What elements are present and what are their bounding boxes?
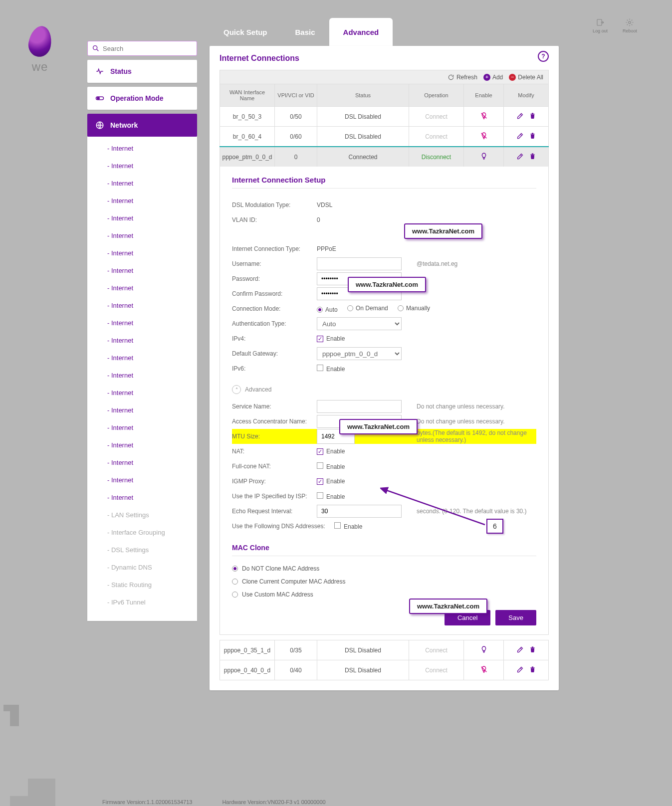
sidebar-status[interactable]: Status bbox=[87, 60, 197, 83]
bulb-icon[interactable] bbox=[480, 112, 488, 120]
cell-modify bbox=[504, 147, 549, 167]
sidebar-item-internet[interactable]: - Internet bbox=[87, 157, 197, 175]
cell-enable[interactable] bbox=[464, 127, 504, 147]
delete-icon[interactable] bbox=[529, 153, 536, 160]
sidebar-item-internet[interactable]: - Internet bbox=[87, 349, 197, 367]
table-row[interactable]: pppoe_0_35_1_d0/35DSL DisabledConnect bbox=[220, 640, 549, 660]
sidebar-item-internet[interactable]: - Internet bbox=[87, 454, 197, 471]
logout-button[interactable]: Log out bbox=[593, 18, 608, 33]
auth-type-select[interactable]: Auto bbox=[317, 317, 402, 330]
help-button[interactable]: ? bbox=[538, 51, 549, 62]
cell-enable[interactable] bbox=[464, 660, 504, 680]
username-input[interactable] bbox=[317, 257, 402, 270]
sidebar-item-internet[interactable]: - Internet bbox=[87, 314, 197, 332]
save-button[interactable]: Save bbox=[495, 610, 536, 625]
table-row[interactable]: br_0_60_40/60DSL DisabledConnect bbox=[220, 127, 549, 147]
sidebar-item-internet[interactable]: - Internet bbox=[87, 244, 197, 262]
cell-enable[interactable] bbox=[464, 107, 504, 127]
delete-icon[interactable] bbox=[529, 666, 536, 673]
cell-vpi: 0/50 bbox=[275, 107, 317, 127]
cell-operation[interactable]: Connect bbox=[409, 640, 464, 660]
edit-icon[interactable] bbox=[516, 666, 524, 673]
search-box[interactable] bbox=[87, 41, 197, 56]
sidebar-item-internet[interactable]: - Internet bbox=[87, 140, 197, 157]
bulb-icon[interactable] bbox=[480, 152, 488, 160]
refresh-button[interactable]: Refresh bbox=[448, 74, 477, 81]
gateway-select[interactable]: pppoe_ptm_0_0_d bbox=[317, 347, 402, 360]
edit-icon[interactable] bbox=[516, 646, 524, 653]
fullcone-nat-checkbox[interactable] bbox=[317, 462, 323, 469]
sidebar-item-internet[interactable]: - Internet bbox=[87, 471, 197, 489]
edit-icon[interactable] bbox=[516, 112, 524, 120]
edit-icon[interactable] bbox=[516, 153, 524, 160]
sidebar-item[interactable]: - IPv6 Tunnel bbox=[87, 594, 197, 611]
password-input[interactable] bbox=[317, 272, 402, 285]
table-row[interactable]: pppoe_ptm_0_0_d0ConnectedDisconnect bbox=[220, 147, 549, 167]
fullcone-nat-label: Full-cone NAT: bbox=[232, 463, 317, 470]
sidebar-item-internet[interactable]: - Internet bbox=[87, 332, 197, 349]
sidebar-item[interactable]: - Static Routing bbox=[87, 576, 197, 594]
cell-operation[interactable]: Connect bbox=[409, 127, 464, 147]
bulb-icon[interactable] bbox=[480, 132, 488, 140]
cancel-button[interactable]: Cancel bbox=[445, 610, 490, 625]
table-row[interactable]: pppoe_0_40_0_d0/40DSL DisabledConnect bbox=[220, 660, 549, 680]
add-button[interactable]: + Add bbox=[483, 74, 503, 81]
tab-advanced[interactable]: Advanced bbox=[329, 18, 393, 46]
cmode-auto-radio[interactable]: Auto bbox=[317, 306, 338, 313]
sidebar-item-internet[interactable]: - Internet bbox=[87, 419, 197, 436]
search-input[interactable] bbox=[103, 45, 193, 52]
service-name-input[interactable] bbox=[317, 400, 402, 413]
cell-enable[interactable] bbox=[464, 147, 504, 167]
ipv6-checkbox[interactable] bbox=[317, 365, 323, 371]
delete-all-button[interactable]: − Delete All bbox=[509, 74, 543, 81]
isp-ip-checkbox[interactable] bbox=[317, 492, 323, 499]
mac-clone-current-radio[interactable]: Clone Current Computer MAC Address bbox=[232, 575, 536, 588]
igmp-checkbox[interactable] bbox=[317, 478, 323, 485]
bulb-icon[interactable] bbox=[480, 645, 488, 653]
sidebar-item-internet[interactable]: - Internet bbox=[87, 384, 197, 402]
sidebar-item-internet[interactable]: - Internet bbox=[87, 262, 197, 279]
tab-quick-setup[interactable]: Quick Setup bbox=[210, 18, 281, 46]
cell-enable[interactable] bbox=[464, 640, 504, 660]
cmode-auto-label: Auto bbox=[325, 306, 338, 313]
tab-basic[interactable]: Basic bbox=[281, 18, 329, 46]
delete-icon[interactable] bbox=[529, 112, 536, 120]
concentrator-input[interactable] bbox=[317, 415, 402, 428]
nat-checkbox[interactable] bbox=[317, 448, 323, 455]
sidebar-item[interactable]: - Interface Grouping bbox=[87, 524, 197, 541]
mac-custom-radio[interactable]: Use Custom MAC Address bbox=[232, 588, 536, 601]
sidebar-item-internet[interactable]: - Internet bbox=[87, 175, 197, 192]
cell-operation[interactable]: Connect bbox=[409, 660, 464, 680]
advanced-toggle[interactable]: ˄Advanced bbox=[232, 385, 536, 394]
delete-icon[interactable] bbox=[529, 646, 536, 653]
sidebar-item-internet[interactable]: - Internet bbox=[87, 227, 197, 244]
sidebar-item-internet[interactable]: - Internet bbox=[87, 279, 197, 297]
cell-operation[interactable]: Disconnect bbox=[409, 147, 464, 167]
delete-icon[interactable] bbox=[529, 132, 536, 140]
sidebar-item[interactable]: - Dynamic DNS bbox=[87, 559, 197, 576]
mac-noclone-radio[interactable]: Do NOT Clone MAC Address bbox=[232, 562, 536, 575]
sidebar-item-internet[interactable]: - Internet bbox=[87, 367, 197, 384]
reboot-button[interactable]: Reboot bbox=[623, 18, 637, 33]
sidebar-item-internet[interactable]: - Internet bbox=[87, 209, 197, 227]
sidebar-item[interactable]: - DSL Settings bbox=[87, 541, 197, 559]
confirm-password-input[interactable] bbox=[317, 287, 402, 300]
bulb-icon[interactable] bbox=[480, 665, 488, 673]
sidebar-item-internet[interactable]: - Internet bbox=[87, 402, 197, 419]
cmode-demand-radio[interactable]: On Demand bbox=[347, 305, 388, 312]
sidebar-item-internet[interactable]: - Internet bbox=[87, 436, 197, 454]
sidebar-item-internet[interactable]: - Internet bbox=[87, 297, 197, 314]
sidebar-item-internet[interactable]: - Internet bbox=[87, 489, 197, 506]
sidebar-item-internet[interactable]: - Internet bbox=[87, 192, 197, 209]
echo-input[interactable] bbox=[317, 505, 402, 518]
mtu-input[interactable] bbox=[317, 429, 355, 444]
sidebar-operation-mode[interactable]: Operation Mode bbox=[87, 87, 197, 110]
cell-operation[interactable]: Connect bbox=[409, 107, 464, 127]
ipv4-checkbox[interactable] bbox=[317, 336, 323, 342]
cmode-manual-radio[interactable]: Manually bbox=[398, 305, 430, 312]
sidebar-item[interactable]: - LAN Settings bbox=[87, 506, 197, 524]
sidebar-network[interactable]: Network bbox=[87, 114, 197, 137]
edit-icon[interactable] bbox=[516, 132, 524, 140]
table-row[interactable]: br_0_50_30/50DSL DisabledConnect bbox=[220, 107, 549, 127]
dns-checkbox[interactable] bbox=[334, 522, 341, 529]
